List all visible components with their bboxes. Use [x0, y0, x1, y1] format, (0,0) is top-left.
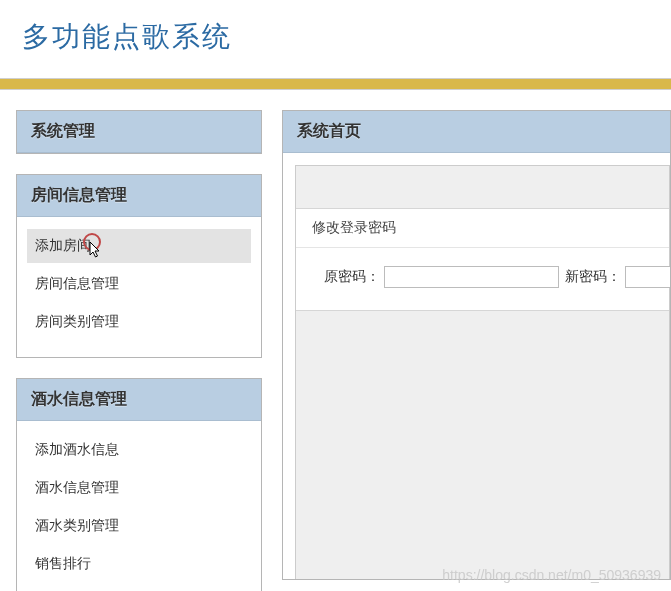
- sidebar-panel-drink: 酒水信息管理 添加酒水信息 酒水信息管理 酒水类别管理 销售排行: [16, 378, 262, 591]
- main-panel: 系统首页 修改登录密码 原密码： 新密码：: [282, 110, 671, 580]
- panel-body-room: 添加房间 房间信息管理 房间类别管理: [17, 217, 261, 357]
- sidebar: 系统管理 房间信息管理 添加房间 房间信息管理 房间类: [16, 110, 262, 591]
- header-divider: [0, 78, 671, 90]
- menu-item-add-drink[interactable]: 添加酒水信息: [27, 433, 251, 467]
- spacer: [296, 166, 669, 208]
- menu-item-drink-category[interactable]: 酒水类别管理: [27, 509, 251, 543]
- menu-item-room-manage[interactable]: 房间信息管理: [27, 267, 251, 301]
- menu-item-label: 添加房间: [35, 237, 91, 253]
- main-area: 系统首页 修改登录密码 原密码： 新密码：: [282, 110, 671, 591]
- old-password-input[interactable]: [384, 266, 559, 288]
- app-title: 多功能点歌系统: [22, 18, 649, 56]
- main-panel-title: 系统首页: [283, 111, 670, 153]
- panel-header-drink[interactable]: 酒水信息管理: [17, 379, 261, 421]
- form-row: 原密码： 新密码：: [296, 248, 669, 310]
- menu-item-drink-manage[interactable]: 酒水信息管理: [27, 471, 251, 505]
- new-password-input[interactable]: [625, 266, 671, 288]
- menu-item-sales-rank[interactable]: 销售排行: [27, 547, 251, 581]
- form-section-title: 修改登录密码: [296, 209, 669, 248]
- panel-body-drink: 添加酒水信息 酒水信息管理 酒水类别管理 销售排行: [17, 421, 261, 591]
- menu-item-label: 添加酒水信息: [35, 441, 119, 457]
- new-password-label: 新密码：: [565, 268, 621, 286]
- sidebar-panel-room: 房间信息管理 添加房间 房间信息管理 房间类别管理: [16, 174, 262, 358]
- old-password-label: 原密码：: [324, 268, 380, 286]
- menu-item-label: 房间信息管理: [35, 275, 119, 291]
- menu-item-label: 酒水类别管理: [35, 517, 119, 533]
- panel-header-room[interactable]: 房间信息管理: [17, 175, 261, 217]
- menu-item-label: 房间类别管理: [35, 313, 119, 329]
- app-header: 多功能点歌系统: [0, 0, 671, 78]
- sidebar-panel-system: 系统管理: [16, 110, 262, 154]
- main-inner: 修改登录密码 原密码： 新密码：: [295, 165, 670, 580]
- password-form: 修改登录密码 原密码： 新密码：: [296, 208, 669, 311]
- panel-header-system[interactable]: 系统管理: [17, 111, 261, 153]
- cursor-icon: [89, 241, 103, 262]
- menu-item-room-category[interactable]: 房间类别管理: [27, 305, 251, 339]
- content-area: 系统管理 房间信息管理 添加房间 房间信息管理 房间类: [0, 90, 671, 591]
- menu-item-label: 销售排行: [35, 555, 91, 571]
- menu-item-label: 酒水信息管理: [35, 479, 119, 495]
- menu-item-add-room[interactable]: 添加房间: [27, 229, 251, 263]
